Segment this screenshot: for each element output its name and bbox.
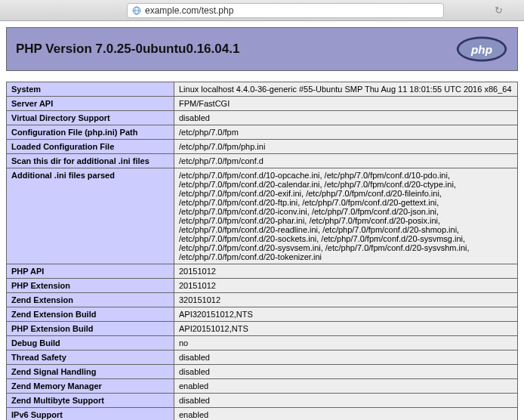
phpinfo-table: SystemLinux localhost 4.4.0-36-generic #… [6,82,518,420]
globe-icon [132,6,141,15]
config-key: Zend Signal Handling [7,365,174,379]
table-row: PHP Extension BuildAPI20151012,NTS [7,322,518,336]
table-row: IPv6 Supportenabled [7,408,518,421]
config-key: Virtual Directory Support [7,111,174,125]
table-row: Thread Safetydisabled [7,351,518,365]
config-value: /etc/php/7.0/fpm/conf.d/10-opcache.ini, … [174,168,518,264]
config-value: no [174,336,518,351]
table-row: Configuration File (php.ini) Path/etc/ph… [7,125,518,140]
refresh-icon[interactable]: ↻ [495,5,503,16]
table-row: Scan this dir for additional .ini files/… [7,154,518,168]
config-value: /etc/php/7.0/fpm/php.ini [174,140,518,154]
php-logo: php [455,36,508,63]
config-key: Loaded Configuration File [7,140,174,154]
config-key: IPv6 Support [7,408,174,421]
page-content: PHP Version 7.0.25-0ubuntu0.16.04.1 php … [0,21,524,420]
table-row: Loaded Configuration File/etc/php/7.0/fp… [7,140,518,154]
config-value: disabled [174,351,518,365]
config-key: Additional .ini files parsed [7,168,174,264]
table-row: Additional .ini files parsed/etc/php/7.0… [7,168,518,264]
url-text: example.com/test.php [145,5,233,16]
config-key: Thread Safety [7,351,174,365]
phpinfo-header: PHP Version 7.0.25-0ubuntu0.16.04.1 php [6,27,518,71]
config-key: Zend Memory Manager [7,379,174,394]
page-title: PHP Version 7.0.25-0ubuntu0.16.04.1 [16,42,239,57]
config-value: Linux localhost 4.4.0-36-generic #55-Ubu… [174,82,518,97]
table-row: SystemLinux localhost 4.4.0-36-generic #… [7,82,518,97]
table-row: Server APIFPM/FastCGI [7,97,518,111]
config-value: API320151012,NTS [174,307,518,322]
config-key: Zend Multibyte Support [7,394,174,408]
config-value: API20151012,NTS [174,322,518,336]
table-row: Zend Memory Managerenabled [7,379,518,394]
config-key: PHP Extension [7,279,174,293]
config-key: Debug Build [7,336,174,351]
table-row: PHP Extension20151012 [7,279,518,293]
svg-text:php: php [470,43,492,56]
config-key: Configuration File (php.ini) Path [7,125,174,140]
table-row: Debug Buildno [7,336,518,351]
config-value: FPM/FastCGI [174,97,518,111]
table-row: Virtual Directory Supportdisabled [7,111,518,125]
config-value: enabled [174,379,518,394]
table-row: Zend Extension320151012 [7,293,518,307]
config-key: PHP Extension Build [7,322,174,336]
config-value: disabled [174,394,518,408]
config-key: Scan this dir for additional .ini files [7,154,174,168]
config-value: 20151012 [174,279,518,293]
table-row: PHP API20151012 [7,264,518,279]
table-row: Zend Multibyte Supportdisabled [7,394,518,408]
config-value: 320151012 [174,293,518,307]
config-key: Zend Extension [7,293,174,307]
config-value: /etc/php/7.0/fpm [174,125,518,140]
config-value: enabled [174,408,518,421]
config-value: /etc/php/7.0/fpm/conf.d [174,154,518,168]
config-value: 20151012 [174,264,518,279]
config-value: disabled [174,365,518,379]
config-key: PHP API [7,264,174,279]
config-value: disabled [174,111,518,125]
config-key: Zend Extension Build [7,307,174,322]
config-key: System [7,82,174,97]
url-bar[interactable]: example.com/test.php [127,3,444,18]
table-row: Zend Signal Handlingdisabled [7,365,518,379]
browser-toolbar: example.com/test.php ↻ [0,0,524,21]
table-row: Zend Extension BuildAPI320151012,NTS [7,307,518,322]
config-key: Server API [7,97,174,111]
